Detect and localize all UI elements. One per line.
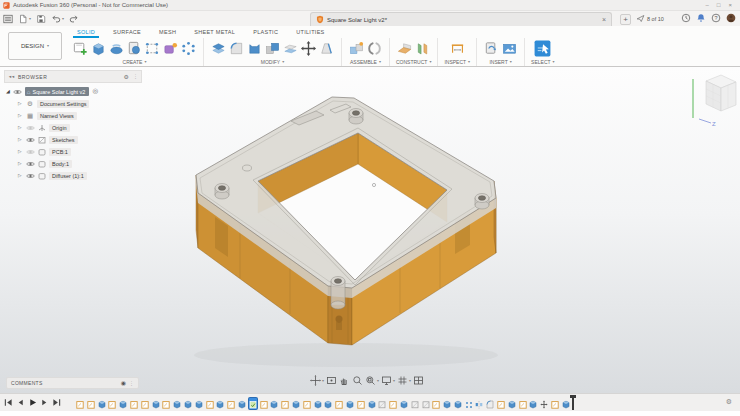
timeline-feature-extrude[interactable]	[400, 398, 408, 409]
timeline-feature-move[interactable]	[540, 398, 548, 409]
zoom-tool-button[interactable]	[352, 375, 363, 386]
timeline-feature-extrude[interactable]	[98, 398, 106, 409]
timeline-feature-extrude[interactable]	[443, 398, 451, 409]
timeline-feature-sketch[interactable]	[141, 398, 149, 409]
browser-settings-gear-icon[interactable]: ⚙	[124, 74, 129, 80]
fit-tool-button[interactable]: ▾	[365, 375, 379, 386]
new-tab-button[interactable]: +	[620, 14, 631, 25]
browser-item-named-views[interactable]: ▷▦Named Views	[4, 110, 142, 122]
select-button[interactable]	[533, 39, 552, 58]
loft-button[interactable]	[126, 40, 143, 57]
grid-and-snaps-tool-button[interactable]: ▾	[397, 375, 411, 386]
extrude-button[interactable]	[90, 40, 107, 57]
timeline-feature-extrude[interactable]	[195, 398, 203, 409]
browser-item-label[interactable]: Document Settings	[37, 100, 89, 108]
timeline-feature-extrude[interactable]	[368, 398, 376, 409]
timeline-play-button[interactable]	[28, 398, 37, 407]
expand-collapse-icon[interactable]: ◢	[6, 89, 10, 94]
browser-item-diffuser-1-1[interactable]: ▷Diffuser (1):1	[4, 170, 142, 182]
document-tab[interactable]: Square Solar Light v2* ×	[310, 12, 612, 26]
timeline-feature-extrude[interactable]	[216, 398, 224, 409]
expand-arrow-icon[interactable]: ▷	[18, 102, 23, 107]
tab-close-icon[interactable]: ×	[602, 16, 606, 23]
timeline-feature-sketch[interactable]	[206, 398, 214, 409]
timeline-feature-mirror[interactable]	[475, 398, 483, 409]
activate-component-radio[interactable]: ◎	[92, 88, 98, 95]
timeline-feature-sketch[interactable]	[497, 398, 505, 409]
joint-button[interactable]	[366, 40, 383, 57]
timeline-feature-extrude-selected[interactable]	[249, 398, 257, 409]
tab-plastic[interactable]: PLASTIC	[244, 26, 287, 38]
timeline-feature-sketch[interactable]	[227, 398, 235, 409]
pattern-button[interactable]	[180, 40, 197, 57]
group-label-insert[interactable]: INSERT▾	[489, 59, 511, 65]
collapse-panel-icon[interactable]: ◄◄	[8, 74, 14, 79]
root-component-label[interactable]: ⌂ Square Solar Light v2	[25, 87, 90, 96]
browser-item-label[interactable]: Sketches	[49, 136, 78, 144]
browser-item-label[interactable]: Named Views	[37, 112, 77, 120]
eye-visible-icon[interactable]	[26, 137, 35, 143]
pan-tool-button[interactable]	[339, 375, 350, 386]
timeline-feature-construct[interactable]	[378, 398, 386, 409]
construct-axis-button[interactable]	[414, 40, 431, 57]
comments-bar[interactable]: COMMENTS ◉ ⋮	[6, 377, 139, 389]
browser-item-sketches[interactable]: ▷Sketches	[4, 134, 142, 146]
timeline-feature-extrude[interactable]	[562, 398, 570, 409]
redo-button[interactable]	[69, 14, 79, 24]
timeline-feature-sketch[interactable]	[108, 398, 116, 409]
close-button[interactable]: ×	[728, 0, 732, 10]
save-button[interactable]	[36, 14, 46, 24]
application-menu-button[interactable]	[3, 14, 13, 24]
insert-image-button[interactable]	[501, 40, 518, 57]
timeline-feature-sketch[interactable]	[281, 398, 289, 409]
timeline-feature-extrude[interactable]	[270, 398, 278, 409]
group-label-assemble[interactable]: ASSEMBLE▾	[350, 59, 381, 65]
group-label-select[interactable]: SELECT▾	[531, 59, 554, 65]
offset-face-button[interactable]	[282, 40, 299, 57]
workspace-selector-button[interactable]: DESIGN ▾	[8, 32, 62, 60]
browser-item-label[interactable]: Origin	[49, 124, 70, 132]
timeline-feature-extrude[interactable]	[508, 398, 516, 409]
browser-item-label[interactable]: Body:1	[49, 160, 72, 168]
eye-visible-icon[interactable]	[26, 161, 35, 167]
comments-more-icon[interactable]: ⋮	[129, 381, 134, 386]
job-status-indicator[interactable]: 8 of 10	[636, 14, 664, 23]
timeline-feature-extrude[interactable]	[324, 398, 332, 409]
tab-sheet-metal[interactable]: SHEET METAL	[185, 26, 244, 38]
tab-solid[interactable]: SOLID	[68, 26, 104, 38]
timeline-feature-extrude[interactable]	[454, 398, 462, 409]
browser-header[interactable]: ◄◄ BROWSER ⚙ ⋮	[4, 70, 142, 83]
tab-mesh[interactable]: MESH	[150, 26, 185, 38]
expand-arrow-icon[interactable]: ▷	[18, 114, 23, 119]
browser-root-item[interactable]: ◢ ⌂ Square Solar Light v2 ◎	[4, 85, 142, 98]
browser-item-label[interactable]: PCB:1	[49, 148, 71, 156]
timeline-feature-extrude[interactable]	[238, 398, 246, 409]
comments-settings-icon[interactable]: ◉	[121, 380, 126, 386]
eye-hidden-icon[interactable]	[26, 125, 35, 131]
timeline-feature-extrude[interactable]	[314, 398, 322, 409]
look-at-tool-button[interactable]	[326, 375, 337, 386]
timeline-feature-fillet[interactable]	[486, 398, 494, 409]
move-button[interactable]	[300, 40, 317, 57]
timeline-feature-extrude[interactable]	[292, 398, 300, 409]
timeline-feature-construct[interactable]	[411, 398, 419, 409]
eye-visible-icon[interactable]	[26, 173, 35, 179]
group-label-create[interactable]: CREATE▾	[123, 59, 147, 65]
timeline-feature-extrude[interactable]	[529, 398, 537, 409]
timeline-step-forward-button[interactable]	[40, 398, 49, 407]
expand-arrow-icon[interactable]: ▷	[18, 126, 23, 131]
create-sketch-button[interactable]	[72, 40, 89, 57]
browser-item-origin[interactable]: ▷Origin	[4, 122, 142, 134]
tab-utilities[interactable]: UTILITIES	[287, 26, 333, 38]
group-label-inspect[interactable]: INSPECT▾	[444, 59, 470, 65]
orbit-tool-button[interactable]: ▾	[310, 375, 324, 386]
timeline-feature-sketch[interactable]	[335, 398, 343, 409]
revolve-button[interactable]	[108, 40, 125, 57]
timeline-feature-sketch[interactable]	[162, 398, 170, 409]
timeline-feature-extrude[interactable]	[152, 398, 160, 409]
browser-item-pcb-1[interactable]: ▷PCB:1	[4, 146, 142, 158]
browser-item-document-settings[interactable]: ▷⚙Document Settings	[4, 98, 142, 110]
browser-more-icon[interactable]: ⋮	[133, 74, 138, 79]
fillet-button[interactable]	[228, 40, 245, 57]
eye-hidden-icon[interactable]	[26, 149, 35, 155]
